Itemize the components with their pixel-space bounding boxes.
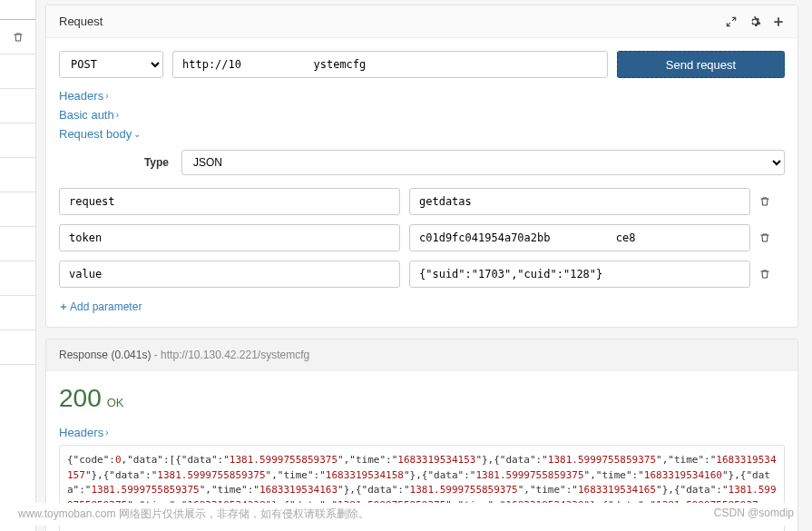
url-input[interactable]: [172, 51, 608, 78]
status-code: 200 OK: [59, 384, 785, 413]
response-headers-toggle[interactable]: Headers ›: [59, 426, 108, 439]
add-parameter-button[interactable]: Add parameter: [59, 300, 142, 313]
chevron-right-icon: ›: [105, 428, 108, 438]
rail-item[interactable]: [0, 158, 35, 192]
headers-toggle[interactable]: Headers ›: [59, 89, 108, 103]
rail-item[interactable]: [0, 123, 35, 158]
rail-item[interactable]: [0, 192, 35, 227]
left-rail: [0, 0, 36, 531]
param-key-input[interactable]: [59, 188, 400, 215]
param-row: [59, 261, 785, 288]
chevron-right-icon: ›: [105, 91, 108, 101]
chevron-right-icon: ›: [116, 110, 119, 120]
request-title: Request: [59, 15, 103, 28]
rail-item[interactable]: [0, 330, 35, 365]
param-value-input[interactable]: [409, 224, 750, 251]
expand-icon[interactable]: [725, 15, 738, 28]
footer-left: www.toymoban.com 网络图片仅供展示，非存储，如有侵权请联系删除。: [18, 506, 369, 522]
param-key-input[interactable]: [59, 224, 400, 251]
footer: www.toymoban.com 网络图片仅供展示，非存储，如有侵权请联系删除。…: [18, 503, 794, 526]
param-value-input[interactable]: [409, 188, 750, 215]
param-key-input[interactable]: [59, 261, 400, 288]
request-body-toggle[interactable]: Request body⌄: [59, 127, 141, 141]
send-request-button[interactable]: Send request: [617, 51, 785, 78]
method-select[interactable]: POST: [59, 51, 163, 78]
param-row: [59, 188, 785, 215]
rail-item[interactable]: [0, 296, 35, 330]
rail-trash[interactable]: [0, 20, 35, 54]
rail-item[interactable]: [0, 261, 35, 296]
param-value-input[interactable]: [409, 261, 750, 288]
rail-top: [0, 0, 35, 20]
request-panel-header: Request: [46, 5, 797, 38]
gear-icon[interactable]: [748, 15, 761, 28]
rail-item[interactable]: [0, 54, 35, 89]
rail-item[interactable]: [0, 89, 35, 123]
status-text: OK: [107, 396, 124, 409]
body-type-select[interactable]: JSON: [181, 150, 785, 175]
request-panel: Request POST Send request: [45, 5, 798, 328]
delete-param-button[interactable]: [759, 269, 785, 280]
footer-right: CSDN @somdip: [714, 506, 794, 522]
delete-param-button[interactable]: [759, 196, 785, 207]
delete-param-button[interactable]: [759, 232, 785, 243]
plus-icon[interactable]: [772, 15, 785, 28]
type-label: Type: [59, 156, 181, 169]
param-row: [59, 224, 785, 251]
response-header: Response (0.041s) - http://10.130.42.221…: [46, 339, 797, 371]
basic-auth-toggle[interactable]: Basic auth ›: [59, 108, 119, 122]
rail-item[interactable]: [0, 227, 35, 261]
chevron-down-icon: ⌄: [133, 129, 141, 139]
